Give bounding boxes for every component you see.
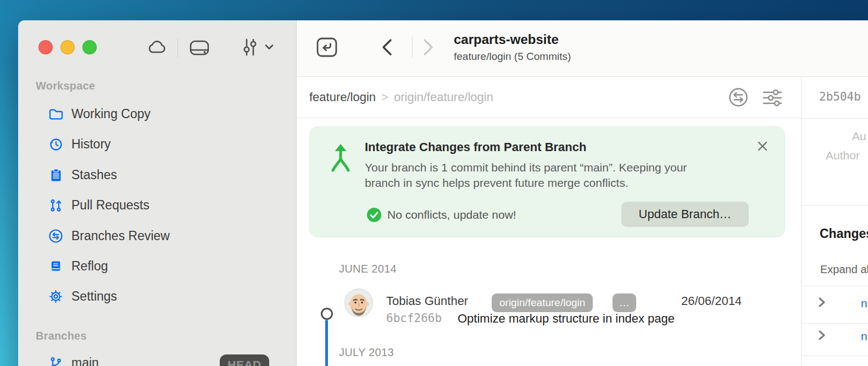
sidebar-item-label: Settings — [71, 289, 117, 304]
expand-all-link[interactable]: Expand all — [820, 263, 868, 276]
branch-separator: > — [381, 90, 388, 104]
back-button[interactable] — [380, 38, 394, 58]
divider — [802, 205, 868, 206]
filter-sliders-icon — [761, 101, 783, 109]
commit-hash: 6bcf266b — [386, 312, 442, 325]
commit-date: 26/06/2014 — [681, 294, 742, 308]
sidebar-item-label: Working Copy — [71, 107, 151, 121]
sidebar-item-pull-requests[interactable]: Pull Requests — [48, 192, 268, 218]
commit-graph-node — [321, 308, 333, 320]
book-icon — [48, 259, 63, 274]
traffic-light-zoom[interactable] — [82, 40, 97, 54]
changed-file-name[interactable]: n — [861, 330, 867, 343]
sidebar-item-label: main — [71, 356, 99, 366]
repo-switcher-button[interactable] — [316, 36, 338, 60]
forward-button[interactable] — [421, 38, 435, 58]
banner-status-text: No conflicts, update now! — [387, 208, 516, 221]
chevron-right-icon[interactable] — [816, 329, 827, 340]
branch-subtitle: feature/login (5 Commits) — [454, 51, 571, 63]
commit-detail-panel: 2b504b Au Author Changes Expand all n n — [801, 77, 868, 366]
update-branch-button[interactable]: Update Branch… — [621, 202, 749, 227]
local-device-button[interactable] — [189, 40, 210, 58]
gear-icon — [48, 289, 63, 304]
divider — [802, 323, 868, 324]
avatar — [344, 289, 373, 317]
changed-file-name[interactable]: n — [861, 297, 867, 310]
sidebar-item-settings[interactable]: Settings — [48, 283, 268, 309]
remote-branch-label[interactable]: origin/feature/login — [394, 90, 493, 104]
commit-message: Optimize markup structure in index page — [458, 312, 675, 326]
cloud-button[interactable] — [147, 40, 166, 56]
commit-group-header: JULY 2013 — [339, 346, 394, 359]
chevron-right-icon — [421, 50, 435, 58]
detail-author-label: Author — [826, 149, 860, 162]
traffic-light-minimize[interactable] — [60, 40, 75, 54]
traffic-light-close[interactable] — [38, 40, 53, 54]
banner-body-line1: Your branch is 1 commit behind its paren… — [365, 160, 687, 175]
close-icon — [756, 146, 769, 154]
chevron-left-icon — [380, 50, 394, 58]
cloud-icon — [147, 48, 166, 56]
sidebar-item-working-copy[interactable]: Working Copy — [48, 101, 268, 127]
branch-icon — [48, 356, 63, 366]
more-refs-badge[interactable]: … — [613, 293, 636, 312]
compare-icon — [728, 101, 749, 109]
sliders-icon — [242, 50, 260, 58]
current-branch-label[interactable]: feature/login — [309, 90, 376, 104]
banner-title: Integrate Changes from Parent Branch — [365, 140, 586, 154]
history-icon — [48, 137, 63, 152]
toolbar-divider — [177, 38, 178, 58]
clipboard-icon — [48, 168, 63, 182]
commit-history-pane: Integrate Changes from Parent Branch You… — [297, 118, 801, 366]
commit-graph-line — [325, 320, 328, 366]
changes-title: Changes — [820, 226, 868, 241]
detail-author-value: Au — [852, 130, 866, 143]
workspace-section-header: Workspace — [36, 80, 95, 92]
sidebar-item-branches-review[interactable]: Branches Review — [48, 223, 268, 249]
check-circle-icon — [366, 207, 382, 225]
repo-box-icon — [316, 52, 338, 60]
sidebar-item-label: History — [71, 137, 111, 152]
nav-divider — [412, 37, 413, 58]
sidebar-item-label: Stashes — [71, 168, 117, 182]
detail-commit-hash: 2b504b — [819, 90, 861, 103]
app-window: Workspace Working Copy History Stashes P… — [18, 20, 868, 366]
merge-arrow-icon — [328, 136, 353, 183]
sidebar-item-label: Branches Review — [71, 229, 170, 243]
folder-icon — [48, 107, 63, 121]
branch-bar: feature/login > origin/feature/login — [297, 77, 801, 118]
sidebar-item-reflog[interactable]: Reflog — [48, 253, 268, 279]
filter-button[interactable] — [761, 88, 783, 109]
head-badge: HEAD — [220, 354, 269, 366]
sidebar-item-stashes[interactable]: Stashes — [48, 162, 268, 188]
main-header: carparts-website feature/login (5 Commit… — [297, 20, 868, 77]
remote-ref-badge[interactable]: origin/feature/login — [492, 293, 593, 312]
branches-review-icon — [48, 229, 63, 243]
drive-icon — [189, 49, 210, 58]
close-banner-button[interactable] — [755, 139, 770, 154]
quick-actions-button[interactable] — [242, 38, 274, 58]
commit-group-header: JUNE 2014 — [339, 263, 397, 275]
divider — [802, 118, 868, 119]
compare-button[interactable] — [728, 87, 749, 109]
divider — [802, 286, 868, 286]
sidebar-item-history[interactable]: History — [48, 131, 268, 157]
banner-body: Your branch is 1 commit behind its paren… — [365, 160, 687, 191]
chevron-down-icon — [265, 43, 274, 52]
sidebar-item-label: Reflog — [71, 259, 108, 274]
repo-title: carparts-website — [454, 32, 559, 47]
banner-body-line2: branch in sync helps prevent future merg… — [365, 175, 687, 191]
sidebar: Workspace Working Copy History Stashes P… — [18, 20, 297, 366]
commit-author: Tobias Günther — [386, 294, 468, 308]
branches-section-header: Branches — [36, 330, 87, 342]
divider — [802, 356, 868, 356]
sidebar-item-label: Pull Requests — [71, 198, 149, 213]
integrate-banner: Integrate Changes from Parent Branch You… — [309, 126, 785, 237]
chevron-right-icon[interactable] — [816, 296, 827, 307]
pull-request-icon — [48, 198, 63, 213]
